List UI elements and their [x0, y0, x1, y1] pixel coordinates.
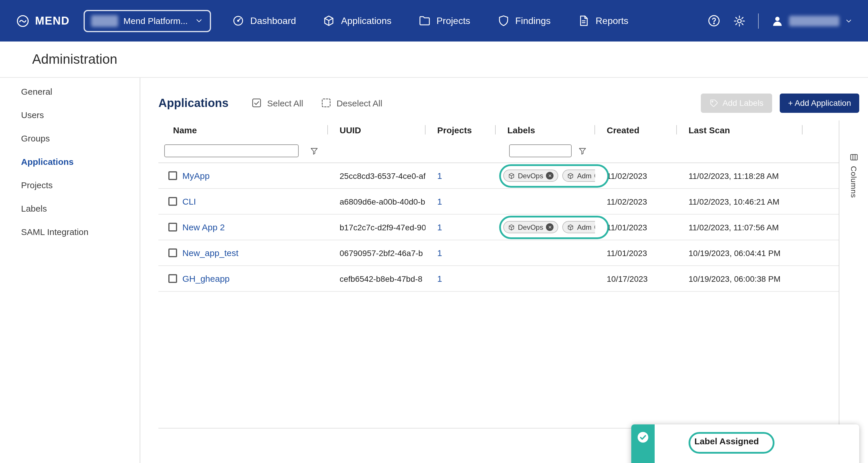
sidebar-item-labels[interactable]: Labels [0, 196, 140, 220]
nav-item-projects[interactable]: Projects [418, 14, 470, 27]
help-icon[interactable] [707, 14, 721, 28]
add-application-button[interactable]: + Add Application [780, 93, 859, 113]
label-chip[interactable]: DevOps × [503, 169, 558, 182]
app-name-link[interactable]: New App 2 [182, 222, 225, 232]
last-scan-cell: 11/02/2023, 11:18:28 AM [677, 171, 803, 180]
applications-panel: Applications Select All D [140, 78, 868, 463]
name-cell: New_app_test [158, 248, 328, 258]
last-scan-filter-cell [677, 139, 803, 162]
labels-cell [496, 189, 595, 214]
deselect-all-button[interactable]: Deselect All [320, 98, 382, 108]
last-scan-cell: 11/02/2023, 11:07:56 AM [677, 222, 803, 232]
columns-panel-toggle[interactable]: Columns [839, 120, 868, 463]
last-scan-cell: 10/19/2023, 06:00:38 PM [677, 274, 803, 283]
nav-item-label: Dashboard [250, 16, 296, 26]
topnav-divider [758, 13, 759, 28]
projects-cell: 1 [426, 171, 496, 181]
mend-admin-window: MEND Mend Platform... Dashboard [0, 0, 868, 463]
gear-icon[interactable] [733, 14, 746, 27]
page-title: Administration [32, 52, 117, 67]
platform-selector-label: Mend Platform... [123, 16, 189, 26]
row-checkbox[interactable] [168, 197, 177, 206]
labels-filter-input[interactable] [509, 145, 572, 157]
app-name-link[interactable]: MyApp [182, 171, 210, 181]
chevron-down-icon [195, 17, 204, 25]
user-menu[interactable] [771, 14, 853, 27]
row-checkbox[interactable] [168, 223, 177, 232]
label-chip[interactable]: Adm × [563, 221, 595, 233]
platform-selector-dropdown[interactable]: Mend Platform... [84, 10, 211, 32]
column-header-labels[interactable]: Labels [496, 120, 595, 139]
column-header-uuid[interactable]: UUID [328, 120, 426, 139]
projects-cell: 1 [426, 274, 496, 283]
select-all-label: Select All [267, 98, 303, 108]
projects-count-link[interactable]: 1 [437, 222, 442, 232]
toast-check-icon [637, 431, 649, 444]
nav-item-applications[interactable]: Applications [323, 14, 392, 27]
label-chip-text: Adm [577, 172, 591, 180]
name-filter-input[interactable] [164, 145, 299, 157]
created-cell: 11/01/2023 [595, 248, 677, 257]
sidebar-item-projects[interactable]: Projects [0, 173, 140, 196]
app-name-link[interactable]: CLI [182, 196, 196, 206]
column-header-created[interactable]: Created [595, 120, 677, 139]
nav-item-reports[interactable]: Reports [578, 14, 628, 27]
remove-label-icon[interactable]: × [594, 172, 595, 180]
projects-count-link[interactable]: 1 [437, 196, 442, 206]
mend-logo[interactable]: MEND [16, 14, 69, 28]
labels-cell [496, 240, 595, 266]
deselect-all-label: Deselect All [336, 98, 382, 108]
row-checkbox[interactable] [168, 171, 177, 180]
sidebar-item-general[interactable]: General [0, 80, 140, 103]
uuid-cell: b17c2c7c-d2f9-47ed-90 [328, 222, 426, 232]
remove-label-icon[interactable]: × [594, 223, 595, 231]
label-chip[interactable]: Adm × [563, 169, 595, 182]
projects-cell: 1 [426, 196, 496, 206]
column-header-projects[interactable]: Projects [426, 120, 496, 139]
label-chip[interactable]: DevOps × [503, 221, 558, 233]
mend-logo-icon [16, 14, 30, 28]
chevron-down-icon [845, 17, 853, 25]
columns-panel-label: Columns [849, 166, 858, 198]
projects-count-link[interactable]: 1 [437, 274, 442, 283]
created-filter-cell [595, 139, 677, 162]
row-checkbox[interactable] [168, 274, 177, 283]
add-labels-icon [710, 98, 718, 107]
app-name-link[interactable]: New_app_test [182, 248, 239, 258]
uuid-cell: 25cc8cd3-6537-4ce0-af [328, 171, 426, 180]
projects-count-link[interactable]: 1 [437, 248, 442, 258]
table-row: MyApp 25cc8cd3-6537-4ce0-af 1 [158, 163, 839, 189]
add-labels-button[interactable]: Add Labels [701, 93, 772, 113]
redacted-org-name [91, 15, 118, 27]
app-name-link[interactable]: GH_gheapp [182, 274, 230, 283]
top-navigation: MEND Mend Platform... Dashboard [0, 0, 868, 41]
sidebar-item-saml-integration[interactable]: SAML Integration [0, 220, 140, 243]
empty-filter-cell [803, 139, 839, 162]
toast-notification: Label Assigned [631, 425, 859, 463]
nav-item-findings[interactable]: Findings [497, 14, 551, 27]
nav-item-label: Applications [341, 16, 392, 26]
labels-cell [496, 266, 595, 291]
nav-item-dashboard[interactable]: Dashboard [232, 14, 296, 27]
table-filter-row [158, 139, 839, 163]
sidebar-item-applications[interactable]: Applications [0, 150, 140, 173]
sidebar-item-groups[interactable]: Groups [0, 126, 140, 150]
created-cell: 11/02/2023 [595, 197, 677, 206]
filter-icon[interactable] [578, 147, 587, 155]
filter-icon[interactable] [310, 147, 318, 155]
user-icon [771, 14, 784, 27]
remove-label-icon[interactable]: × [546, 223, 554, 231]
sidebar-item-users[interactable]: Users [0, 103, 140, 126]
projects-count-link[interactable]: 1 [437, 171, 442, 181]
remove-label-icon[interactable]: × [546, 172, 554, 180]
deselect-all-icon [320, 98, 331, 108]
topnav-utilities [707, 13, 853, 28]
column-header-last-scan[interactable]: Last Scan [677, 120, 803, 139]
label-chip-text: Adm [577, 223, 591, 231]
label-chips: DevOps × Adm × [503, 221, 595, 233]
nav-item-label: Reports [596, 16, 628, 26]
column-header-name[interactable]: Name [158, 120, 328, 139]
select-all-button[interactable]: Select All [251, 98, 303, 108]
last-scan-cell: 10/19/2023, 06:04:41 PM [677, 248, 803, 257]
row-checkbox[interactable] [168, 248, 177, 257]
